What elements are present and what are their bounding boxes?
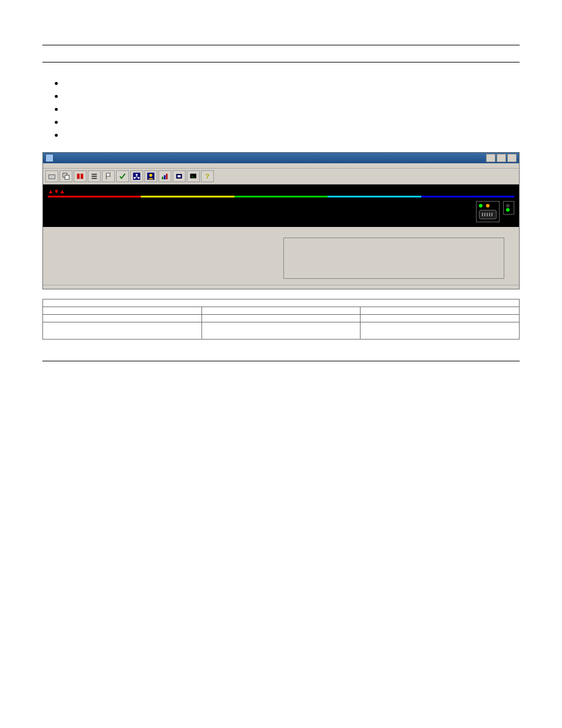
system-description-field[interactable] — [283, 238, 504, 279]
info-pane — [43, 227, 519, 285]
status-bar — [43, 285, 519, 289]
toolbar-list-icon[interactable] — [88, 170, 101, 182]
led-table — [42, 299, 520, 340]
toolbar-port-icon[interactable] — [173, 170, 186, 182]
brand-stripe — [48, 196, 514, 197]
svg-point-6 — [135, 174, 138, 176]
toolbar-user-icon[interactable] — [144, 170, 157, 182]
running-footer — [42, 361, 520, 364]
svg-point-10 — [149, 174, 152, 177]
led-pwr-icon — [506, 208, 510, 212]
toolbar-chart-icon[interactable] — [158, 170, 171, 182]
table-row — [43, 315, 520, 322]
svg-rect-15 — [177, 175, 180, 177]
led-name — [43, 322, 202, 340]
svg-rect-0 — [49, 174, 55, 179]
toolbar-check-icon[interactable] — [116, 170, 129, 182]
toolbar-flag-icon[interactable] — [102, 170, 115, 182]
serial-port-icon — [479, 210, 497, 219]
led-full-duplex-icon — [479, 204, 482, 207]
svg-text:>_: >_ — [191, 174, 195, 178]
led-desc — [361, 315, 520, 322]
svg-rect-12 — [164, 175, 166, 179]
chassis-side-panel — [476, 201, 514, 222]
minimize-button[interactable] — [486, 154, 495, 162]
svg-rect-4 — [81, 174, 83, 179]
running-header — [42, 35, 520, 45]
led-name — [43, 315, 202, 322]
led-state — [201, 322, 361, 340]
duplex-box — [476, 201, 500, 222]
status-box — [503, 201, 514, 215]
device-chassis: ▲▼▲ — [43, 185, 519, 227]
toolbar: >_ ? — [43, 169, 519, 185]
led-reset-icon — [506, 204, 510, 207]
led-col-desc — [361, 307, 520, 315]
maximize-button[interactable] — [497, 154, 506, 162]
title-rule — [42, 62, 520, 62]
led-col-led — [43, 307, 202, 315]
app-window: >_ ? ▲▼▲ — [42, 152, 520, 289]
led-state — [201, 315, 361, 322]
svg-rect-3 — [77, 174, 80, 179]
led-table-caption — [43, 299, 520, 307]
menu-bar — [43, 163, 519, 169]
brand-logo: ▲▼▲ — [48, 188, 65, 195]
topics-list — [65, 78, 520, 141]
title-bar — [43, 153, 519, 163]
led-desc — [361, 322, 520, 340]
toolbar-open-icon[interactable] — [45, 170, 58, 182]
svg-rect-2 — [65, 175, 69, 179]
toolbar-connect-icon[interactable] — [74, 170, 87, 182]
led-col-state — [201, 307, 361, 315]
close-button[interactable] — [507, 154, 517, 162]
toolbar-help-icon[interactable]: ? — [201, 170, 214, 182]
led-half-duplex-icon — [486, 204, 490, 207]
toolbar-popup-icon[interactable] — [59, 170, 72, 182]
toolbar-tree-icon[interactable] — [130, 170, 143, 182]
svg-rect-13 — [166, 174, 168, 180]
toolbar-telnet-icon[interactable]: >_ — [187, 170, 200, 182]
app-icon — [45, 154, 54, 162]
svg-rect-11 — [162, 177, 164, 179]
svg-text:?: ? — [206, 173, 210, 180]
table-row — [43, 322, 520, 340]
